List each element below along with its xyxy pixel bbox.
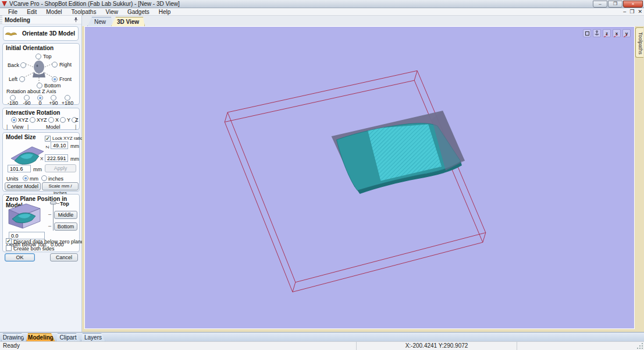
label-ir-x: X: [55, 117, 59, 123]
minimize-button[interactable]: –: [593, 1, 607, 8]
document-tab-strip: New 3D View: [82, 16, 644, 26]
model-label: Model: [46, 124, 61, 130]
radio-orient-left[interactable]: [19, 76, 25, 82]
menu-file[interactable]: File: [3, 9, 22, 15]
view-along-x-icon[interactable]: x: [613, 29, 621, 37]
title-bar[interactable]: VCarve Pro - ShopBot Edition (Fab Lab Su…: [0, 0, 644, 8]
discard-data-checkbox[interactable]: ✓: [6, 238, 12, 244]
radio-units-inches[interactable]: [41, 175, 47, 181]
view-down-y-icon[interactable]: y: [622, 29, 631, 37]
label-orient-front: Front: [59, 76, 72, 82]
lock-xyz-checkbox[interactable]: ✓: [45, 136, 51, 142]
label-rot-plus180: +180: [62, 100, 73, 106]
label-ir-z: Z: [75, 117, 79, 123]
interactive-rotation-group: Interactive Rotation XYZ XYZ X Y Z | Vie…: [2, 108, 80, 130]
radio-ir-x[interactable]: [48, 117, 54, 123]
radio-ir-xyz-view[interactable]: [11, 117, 17, 123]
label-orient-left: Left: [9, 76, 17, 82]
radio-ir-y[interactable]: [60, 117, 66, 123]
tab-drawing[interactable]: Drawing: [1, 333, 26, 342]
z-axis-label: Z: [45, 146, 50, 149]
menu-model[interactable]: Model: [41, 9, 66, 15]
create-both-sides-checkbox[interactable]: [6, 245, 12, 251]
label-ir-xyz-view: XYZ: [18, 117, 29, 123]
middle-button[interactable]: Middle: [54, 211, 77, 219]
panel-title: Modeling: [5, 17, 30, 23]
zero-plane-slider-handle[interactable]: [50, 201, 56, 204]
ok-button[interactable]: OK: [5, 253, 35, 261]
3d-view-canvas[interactable]: z x y: [84, 26, 635, 329]
units-label: Units: [6, 176, 19, 182]
zero-plane-slider-track[interactable]: [53, 204, 54, 231]
label-rot-minus180: -180: [8, 100, 18, 106]
z-unit-label: mm: [70, 143, 79, 149]
zoom-to-fit-icon[interactable]: [583, 29, 591, 37]
view-label: View: [12, 124, 23, 130]
tool-header: Orientate 3D Model: [3, 26, 79, 41]
radio-orient-front[interactable]: [52, 76, 58, 82]
toolpaths-tab[interactable]: Toolpaths: [635, 27, 643, 58]
x-axis-label: X: [40, 156, 43, 161]
menu-edit[interactable]: Edit: [22, 9, 41, 15]
sep-1: |: [6, 124, 8, 130]
status-bar: Ready X:-200.4241 Y:290.9072: [0, 341, 644, 350]
initial-orientation-group: Initial Orientation Top Back Right: [2, 43, 80, 105]
menu-toolpaths[interactable]: Toolpaths: [67, 9, 101, 15]
apply-button[interactable]: Apply: [45, 164, 76, 172]
right-tab-strip: Toolpaths: [635, 26, 644, 332]
tab-layers[interactable]: Layers: [81, 333, 105, 342]
radio-orient-right[interactable]: [52, 62, 58, 68]
cancel-button[interactable]: Cancel: [50, 253, 78, 261]
view-toolbar: z x y: [583, 29, 631, 37]
tab-new[interactable]: New: [87, 17, 113, 26]
tool-header-label: Orientate 3D Model: [22, 30, 75, 37]
center-model-button[interactable]: Center Model: [5, 182, 41, 190]
radio-orient-back[interactable]: [20, 62, 26, 68]
label-ir-xyz-model: XYZ: [37, 117, 47, 123]
child-close-icon[interactable]: ✕: [638, 9, 642, 15]
label-rot-0: 0: [38, 100, 41, 106]
menu-gadgets[interactable]: Gadgets: [123, 9, 154, 15]
page-tab-bar: Drawing Modeling Clipart Layers: [0, 332, 644, 341]
status-ready: Ready: [3, 342, 20, 349]
x-size-field[interactable]: [45, 154, 68, 162]
scale-units-button[interactable]: Scale mm / inches: [42, 182, 79, 190]
resize-grip[interactable]: [636, 342, 643, 349]
label-rot-plus90: +90: [49, 100, 58, 106]
label-orient-top: Top: [43, 54, 52, 59]
restore-button[interactable]: ❐: [608, 1, 622, 8]
child-minimize-icon[interactable]: –: [623, 9, 626, 15]
close-button[interactable]: ×: [623, 1, 643, 8]
radio-orient-top[interactable]: [35, 54, 41, 59]
slider-top-label: Top: [60, 201, 69, 207]
discard-data-label: Discard data below zero plane: [13, 239, 84, 245]
radio-units-mm[interactable]: [23, 175, 29, 181]
pin-icon[interactable]: [73, 17, 79, 23]
isometric-view-icon[interactable]: [593, 29, 601, 37]
tab-modeling[interactable]: Modeling: [26, 333, 55, 342]
bottom-button[interactable]: Bottom: [54, 222, 77, 231]
label-orient-right: Right: [59, 62, 72, 68]
menu-help[interactable]: Help: [154, 9, 176, 15]
radio-ir-xyz-model[interactable]: [30, 117, 35, 123]
tab-clipart[interactable]: Clipart: [56, 333, 80, 342]
orientate-tool-icon: [3, 29, 19, 38]
radio-orient-bottom[interactable]: [37, 83, 42, 89]
y-size-field[interactable]: [8, 165, 31, 172]
rotation-z-label: Rotation about Z Axis: [6, 89, 56, 94]
vcarve-window: VCarve Pro - ShopBot Edition (Fab Lab Su…: [0, 0, 644, 350]
units-inches-label: inches: [48, 176, 63, 182]
label-ir-y: Y: [67, 117, 70, 123]
model-size-group: Model Size ✓ Lock XYZ ratio Y Z mm X mm …: [2, 132, 80, 192]
y-unit-label: mm: [33, 167, 42, 172]
app-logo-icon: [2, 1, 7, 6]
lock-xyz-label: Lock XYZ ratio: [52, 136, 83, 141]
z-size-field[interactable]: [51, 142, 68, 149]
menu-view[interactable]: View: [101, 9, 123, 15]
units-mm-label: mm: [30, 176, 38, 182]
document-area: New 3D View: [82, 16, 644, 332]
view-down-z-icon[interactable]: z: [603, 29, 611, 37]
panel-grip[interactable]: [0, 16, 2, 24]
tab-3d-view[interactable]: 3D View: [111, 17, 145, 26]
child-restore-icon[interactable]: ❐: [629, 9, 634, 15]
